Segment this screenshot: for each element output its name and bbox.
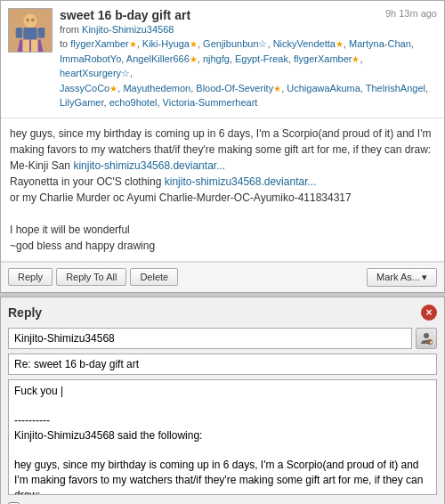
svg-point-7	[26, 19, 29, 22]
from-link[interactable]: Kinjito-Shimizu34568	[82, 24, 174, 35]
email-title-row: sweet 16 b-day gift art 9h 13m ago	[60, 8, 437, 22]
mark-as-button[interactable]: Mark As... ▾	[367, 268, 437, 287]
email-from: from Kinjito-Shimizu34568	[60, 24, 437, 35]
email-actions: Reply Reply To All Delete Mark As... ▾	[1, 262, 444, 292]
svg-rect-2	[23, 28, 36, 39]
recipient-martyna[interactable]: Martyna-Chan	[349, 38, 411, 49]
email-meta: sweet 16 b-day gift art 9h 13m ago from …	[60, 8, 437, 110]
recipient-genjibunbun[interactable]: Genjibunbun☆	[203, 38, 267, 49]
svg-rect-5	[22, 40, 29, 52]
me-link[interactable]: kinjito-shimizu34568.deviantar...	[73, 159, 225, 172]
from-label: from	[60, 24, 79, 35]
recipient-flygerxamber2[interactable]: flygerXamber★	[294, 53, 360, 64]
to-field: ★	[8, 328, 437, 349]
recipient-blood[interactable]: Blood-Of-Severity★	[196, 83, 281, 93]
recipient-nicky[interactable]: NickyVendetta★	[273, 38, 344, 49]
email-time: 9h 13m ago	[385, 8, 437, 19]
recipient-uchigawa[interactable]: UchigawaAkuma	[287, 83, 360, 93]
recipient-heartx[interactable]: heartXsurgery☆	[60, 68, 130, 78]
delete-button[interactable]: Delete	[130, 268, 178, 286]
dropdown-arrow-icon: ▾	[422, 272, 427, 283]
recipient-lily[interactable]: LilyGamer	[60, 97, 104, 108]
svg-rect-6	[31, 40, 38, 52]
recipient-echo[interactable]: echo9hotel	[109, 97, 158, 108]
recipient-jassy[interactable]: JassyCoCo★	[60, 83, 117, 93]
email-to: to flygerXamber★, Kiki-Hyuga★, Genjibunb…	[60, 37, 437, 110]
recipient-victoria[interactable]: Victoria-Summerheart	[163, 97, 258, 108]
recipient-angel[interactable]: AngelKiller666★	[126, 53, 198, 64]
recipient-egypt[interactable]: Egypt-Freak	[235, 53, 288, 64]
email-header: sweet 16 b-day gift art 9h 13m ago from …	[1, 1, 444, 118]
rayonetta-link[interactable]: kinjito-shimizu34568.deviantar...	[165, 175, 317, 188]
recipient-mayuthe[interactable]: Mayuthedemon	[123, 83, 190, 93]
reply-header: Reply ×	[8, 305, 437, 321]
svg-point-9	[424, 333, 429, 338]
avatar	[8, 8, 53, 110]
recipient-immarobot[interactable]: ImmaRobotYo	[60, 53, 121, 64]
svg-rect-3	[16, 28, 23, 38]
recipient-njhgfg[interactable]: njhgfg	[203, 53, 230, 64]
svg-rect-4	[38, 28, 45, 38]
email-subject: sweet 16 b-day gift art	[60, 8, 190, 22]
reply-button[interactable]: Reply	[8, 268, 53, 286]
svg-point-8	[31, 19, 35, 22]
subject-input[interactable]	[8, 354, 437, 375]
to-label: to	[60, 38, 68, 49]
reply-all-button[interactable]: Reply To All	[56, 268, 126, 286]
reply-panel: Reply × ★ Fuck you | ---------- Kinjito-…	[0, 297, 445, 505]
to-input[interactable]	[8, 328, 412, 349]
svg-point-1	[23, 14, 36, 28]
recipient-kiki[interactable]: Kiki-Hyuga★	[142, 38, 198, 49]
reply-textarea[interactable]: Fuck you | ---------- Kinjito-Shimizu345…	[8, 379, 437, 495]
contact-picker-button[interactable]: ★	[416, 328, 437, 349]
email-body: hey guys, since my birthday is coming up…	[1, 118, 444, 262]
reply-title: Reply	[8, 305, 42, 320]
recipient-flygerxamber[interactable]: flygerXamber★	[70, 38, 136, 49]
reply-body-wrapper: Fuck you | ---------- Kinjito-Shimizu345…	[8, 379, 437, 498]
recipient-thelrish[interactable]: ThelrishAngel	[366, 83, 425, 93]
email-panel: sweet 16 b-day gift art 9h 13m ago from …	[0, 0, 445, 293]
close-button[interactable]: ×	[421, 305, 437, 321]
